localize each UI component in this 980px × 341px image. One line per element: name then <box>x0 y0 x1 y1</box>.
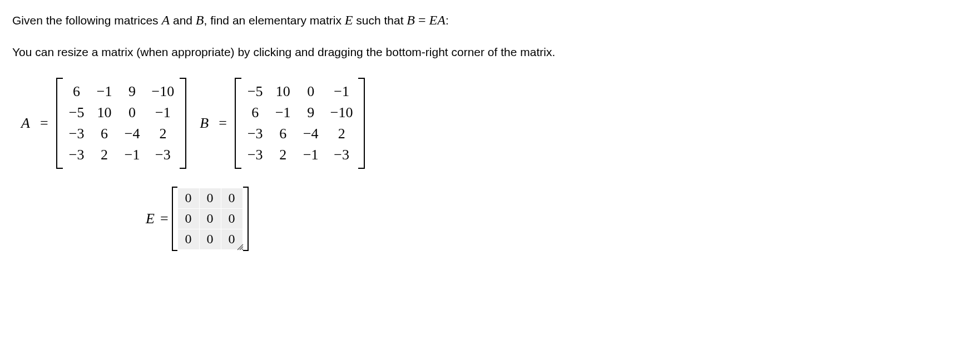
text: , find an elementary matrix <box>204 14 345 27</box>
equals-sign: = <box>40 115 48 132</box>
matrix-cell-input[interactable]: 0 <box>177 229 199 249</box>
matrix-row: 6−19−10 <box>63 81 180 102</box>
matrix-E-input[interactable]: 000 000 000 <box>177 188 243 250</box>
eq-op: = <box>415 13 429 27</box>
matrix-row: −36−42 <box>241 123 359 144</box>
text: Given the following matrices <box>12 14 161 27</box>
resize-handle-icon[interactable] <box>236 243 244 251</box>
matrix-row: 000 <box>177 188 242 208</box>
matrix-row: 000 <box>177 229 242 249</box>
problem-statement-1: Given the following matrices A and B, fi… <box>12 10 968 30</box>
matrix-A: 6−19−10 −5100−1 −36−42 −32−1−3 <box>56 78 187 169</box>
text: and <box>170 14 196 27</box>
matrix-cell-input[interactable]: 0 <box>177 208 199 229</box>
text: : <box>446 14 449 27</box>
matrix-A-label: A <box>21 115 30 132</box>
problem-statement-2: You can resize a matrix (when appropriat… <box>12 43 968 61</box>
matrix-row: 000 <box>177 208 242 229</box>
answer-E-equation: E = 000 000 000 <box>146 188 968 250</box>
var-E: E <box>345 13 353 27</box>
matrix-row: 6−19−10 <box>241 102 359 123</box>
var-A: A <box>161 13 170 27</box>
matrix-cell-input[interactable]: 0 <box>221 188 242 208</box>
var-B: B <box>196 13 204 27</box>
matrix-A-equation: A = 6−19−10 −5100−1 −36−42 −32−1−3 <box>21 78 186 169</box>
matrix-B-label: B <box>200 115 209 132</box>
matrix-cell-input[interactable]: 0 <box>199 229 221 249</box>
matrix-row: −5100−1 <box>241 81 359 102</box>
matrix-cell-input[interactable]: 0 <box>221 208 242 229</box>
matrix-B-equation: B = −5100−1 6−19−10 −36−42 −32−1−3 <box>200 78 365 169</box>
matrix-cell-input[interactable]: 0 <box>177 188 199 208</box>
text: such that <box>353 14 407 27</box>
equals-sign: = <box>219 115 227 132</box>
equals-sign: = <box>160 210 169 227</box>
given-matrices: A = 6−19−10 −5100−1 −36−42 −32−1−3 B = −… <box>21 78 968 169</box>
eq-rhs: EA <box>429 13 446 27</box>
matrix-cell-input[interactable]: 0 <box>199 208 221 229</box>
matrix-row: −5100−1 <box>63 102 180 123</box>
matrix-row: −36−42 <box>63 123 180 144</box>
matrix-cell-input[interactable]: 0 <box>199 188 221 208</box>
matrix-E-label: E <box>146 210 155 227</box>
eq-lhs: B <box>407 13 415 27</box>
matrix-B: −5100−1 6−19−10 −36−42 −32−1−3 <box>235 78 365 169</box>
matrix-E-brackets: 000 000 000 <box>172 188 249 250</box>
matrix-row: −32−1−3 <box>63 144 180 166</box>
matrix-row: −32−1−3 <box>241 144 359 166</box>
